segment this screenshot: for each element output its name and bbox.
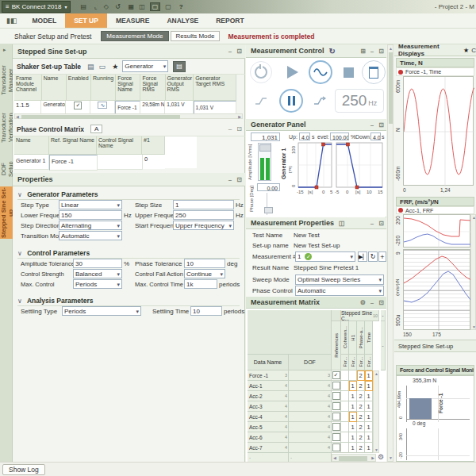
frf-vscrollbar[interactable]: ▲ ▼ <box>470 214 476 330</box>
row-value-cell[interactable]: 1 <box>349 443 357 453</box>
app-menu-button[interactable]: ≡ BK Connect 2018 ▾ <box>2 1 71 13</box>
row-value-cell[interactable] <box>341 412 349 422</box>
row-value-cell[interactable]: 2 <box>357 432 365 443</box>
row-value-cell[interactable] <box>341 443 349 453</box>
open-folder-icon[interactable]: ▭ <box>99 63 106 71</box>
pointer-tool-icon[interactable]: ⌞ <box>94 3 98 10</box>
row-value-cell[interactable]: 2 <box>357 443 365 453</box>
row-name-cell[interactable]: Acc-54 <box>248 422 289 432</box>
minimize-icon[interactable]: – <box>228 125 232 132</box>
save-icon[interactable]: ▤ <box>80 3 86 10</box>
lower-frequency-input[interactable]: 150 <box>59 210 122 220</box>
row-value-cell[interactable]: 1 <box>365 391 373 401</box>
minimize-icon[interactable]: – <box>228 48 232 55</box>
row-ref-cell[interactable] <box>332 412 341 422</box>
step-type-select[interactable]: Linear▾ <box>59 200 122 209</box>
pin-icon[interactable]: ⊡ <box>378 121 384 129</box>
sidebar-item-transducer-verification[interactable]: Transducer Verification <box>0 103 13 152</box>
amplitude-tolerance-input[interactable]: 30 <box>73 259 122 268</box>
measurement-mode-button[interactable]: Measurement Mode <box>101 31 168 41</box>
col-name[interactable]: Name <box>42 75 67 101</box>
results-mode-button[interactable]: Results Mode <box>171 31 221 41</box>
row-value-cell[interactable]: 1 <box>365 401 373 412</box>
row-value-cell[interactable]: 2 <box>357 412 365 422</box>
panel-vscrollbar[interactable]: ▲ ▼ <box>387 44 393 462</box>
col-force-signal-name[interactable]: Force Signal Name <box>116 75 140 101</box>
config-label[interactable]: C <box>471 47 476 54</box>
row-value-cell[interactable]: 1 <box>365 370 373 381</box>
repeat-button[interactable]: ↻ <box>368 251 378 262</box>
row-value-cell[interactable]: 1 <box>349 401 357 412</box>
row-ref-cell[interactable] <box>332 422 341 432</box>
row-value-cell[interactable] <box>341 381 349 391</box>
row-dof-cell[interactable]: 4 <box>289 443 332 453</box>
row-ref-cell[interactable] <box>332 401 341 412</box>
show-log-button[interactable]: Show Log <box>2 464 45 475</box>
cell-pm-ref[interactable]: Force -1 <box>49 155 98 171</box>
row-value-cell[interactable] <box>341 401 349 412</box>
sweep-mode-select[interactable]: Optimal Sweep Series▾ <box>295 274 384 285</box>
favorite-star-icon[interactable]: ★ <box>112 63 118 71</box>
cell-pm-control[interactable] <box>98 155 143 170</box>
chart-setup-icon[interactable]: ◫ <box>339 220 345 227</box>
row-ref-cell[interactable] <box>332 381 341 391</box>
minimize-icon[interactable]: – <box>370 121 374 129</box>
row-value-cell[interactable] <box>341 422 349 432</box>
row-dof-cell[interactable]: 4 <box>289 422 332 432</box>
col-generator-output-rms[interactable]: Generator Output RMS <box>166 75 194 101</box>
phase-slider[interactable] <box>267 193 274 215</box>
matrix-subcolumn-header[interactable]: Phase-a... <box>357 321 365 355</box>
reference-checkbox[interactable] <box>332 402 340 410</box>
row-value-cell[interactable]: 1 <box>349 422 357 432</box>
stop-button[interactable] <box>337 61 359 83</box>
row-value-cell[interactable] <box>349 370 357 381</box>
shaker-hscrollbar[interactable]: ◀ ▶ <box>14 113 243 119</box>
analysis-parameters-header[interactable]: ∨ Analysis Parameters <box>17 295 240 306</box>
sidebar-item-stepped-sine-setup[interactable]: Stepped Sine Set-up <box>0 186 13 239</box>
ribbon-tab[interactable]: REPORT <box>207 13 252 28</box>
row-dof-cell[interactable]: 4 <box>289 412 332 422</box>
row-value-cell[interactable]: 2 <box>357 370 365 381</box>
matrix-subcolumn-header[interactable]: Time <box>365 321 373 355</box>
row-name-cell[interactable]: Force -13 <box>248 370 289 381</box>
workspace-grid-icon[interactable]: ▮◧ <box>0 13 23 28</box>
sine-output-button[interactable] <box>309 60 332 84</box>
reference-checkbox[interactable] <box>332 423 340 431</box>
reference-checkbox[interactable] <box>332 443 340 451</box>
matrix-dof-header[interactable]: DOF <box>289 355 332 370</box>
col-force-signal-rms[interactable]: Force Signal RMS <box>140 75 165 101</box>
delete-button[interactable] <box>362 60 386 84</box>
row-dof-cell[interactable]: 4 <box>289 391 332 401</box>
matrix-data-name-header[interactable]: Data Name <box>248 355 289 370</box>
tools-icon[interactable]: ⚙ <box>360 299 366 306</box>
level-input[interactable]: 100,00 <box>330 132 349 140</box>
col-running[interactable]: Running <box>91 75 116 101</box>
play-button[interactable] <box>280 61 302 83</box>
table-options-button[interactable]: ▤ <box>173 61 186 72</box>
col-pm-control[interactable]: Control Signal Name <box>97 136 142 155</box>
minimize-icon[interactable]: – <box>370 299 374 306</box>
pin-icon[interactable]: ⊡ <box>378 48 384 55</box>
undo-icon[interactable]: ↺ <box>115 3 121 10</box>
matrix-hscrollbar[interactable]: ◀ ▶ <box>332 454 376 462</box>
pin-icon[interactable]: ⊡ <box>236 176 242 183</box>
row-value-cell[interactable]: 1 <box>365 422 373 432</box>
row-value-cell[interactable]: 1 <box>349 391 357 401</box>
row-ref-cell[interactable] <box>332 370 341 381</box>
max-control-time-input[interactable]: 1k <box>184 279 217 289</box>
enabled-checkbox[interactable] <box>74 102 82 109</box>
refresh-icon[interactable]: ↻ <box>329 47 336 56</box>
row-name-cell[interactable]: Acc-74 <box>248 443 289 453</box>
row-ref-cell[interactable] <box>332 432 341 443</box>
col-generator-target-rms[interactable]: Generator Target RMS <box>194 75 236 101</box>
measurement-number-select[interactable]: 1 ✓ ▾ <box>295 251 355 262</box>
reference-checkbox[interactable] <box>332 382 340 390</box>
phase-control-select[interactable]: Automatic▾ <box>295 286 384 296</box>
col-pm-1[interactable]: #1 <box>142 136 165 155</box>
control-strength-select[interactable]: Balanced▾ <box>73 269 122 278</box>
ribbon-tab[interactable]: ANALYSE <box>158 13 207 28</box>
cascade-windows-icon[interactable]: ⊞ <box>360 48 366 55</box>
grid-layout-icon[interactable]: ▦ <box>129 3 135 10</box>
minimize-icon[interactable]: – <box>228 176 232 183</box>
transition-mode-select[interactable]: Automatic▾ <box>59 231 122 240</box>
